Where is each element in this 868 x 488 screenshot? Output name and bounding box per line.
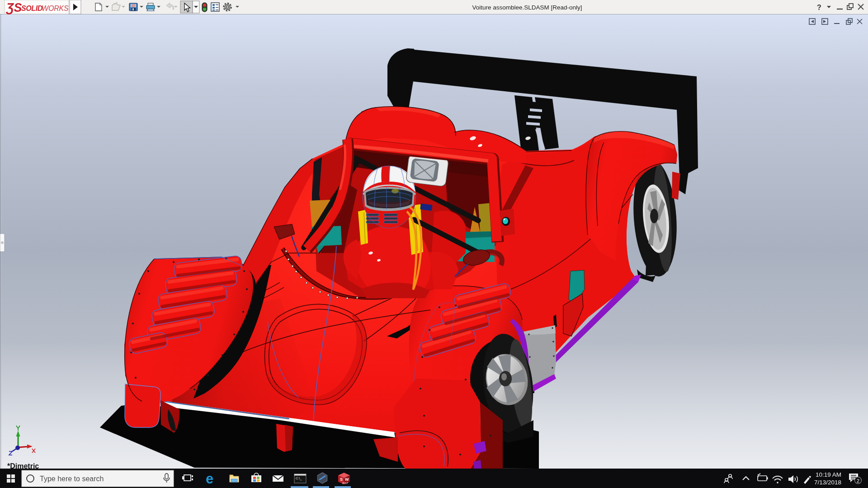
svg-text:W: W: [345, 477, 349, 482]
svg-text:7/13/2018: 7/13/2018: [814, 479, 841, 486]
svg-text:S: S: [340, 477, 343, 482]
svg-text:C:\_: C:\_: [296, 476, 302, 480]
svg-text:?: ?: [817, 4, 821, 11]
svg-text:2: 2: [857, 478, 859, 483]
svg-text:SOLID: SOLID: [21, 5, 43, 12]
svg-text:10:19 AM: 10:19 AM: [816, 471, 841, 478]
svg-text:Type here to search: Type here to search: [40, 475, 104, 483]
svg-text:ƷS: ƷS: [5, 1, 22, 14]
svg-text:e: e: [206, 471, 213, 487]
svg-text:2017: 2017: [342, 482, 349, 484]
svg-text:WORKS: WORKS: [42, 5, 69, 12]
svg-text:Voiture assomblee.SLDASM [Read: Voiture assomblee.SLDASM [Read-only]: [472, 4, 582, 11]
